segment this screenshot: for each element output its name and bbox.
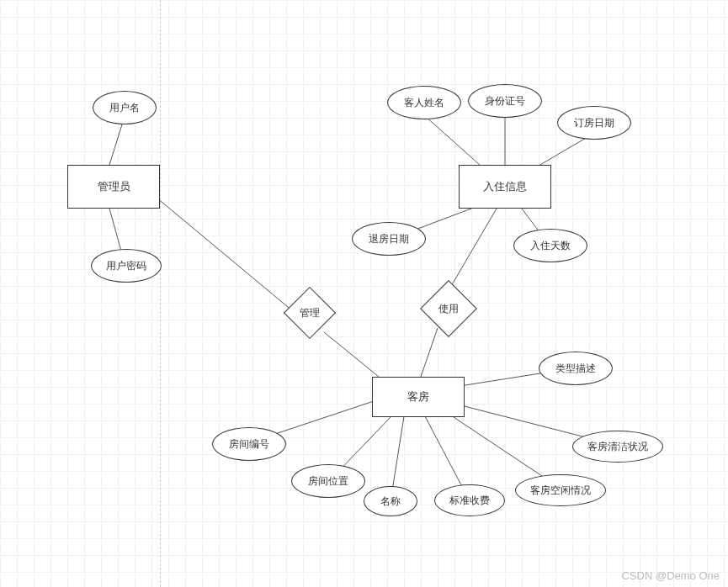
attr-label: 房间编号 [229, 437, 269, 452]
attr-label: 名称 [380, 494, 401, 509]
relation-label: 使用 [438, 302, 459, 316]
entity-label: 入住信息 [483, 179, 527, 194]
attr-label: 标准收费 [449, 494, 490, 508]
attr-idle-status[interactable]: 客房空闲情况 [515, 474, 606, 506]
entity-checkin[interactable]: 入住信息 [459, 165, 551, 209]
entity-label: 管理员 [98, 179, 130, 194]
attr-name[interactable]: 名称 [364, 486, 417, 516]
entity-label: 客房 [407, 389, 429, 405]
svg-line-0 [109, 124, 122, 165]
relation-use[interactable]: 使用 [419, 279, 478, 338]
svg-line-2 [151, 193, 293, 311]
attr-userpwd[interactable]: 用户密码 [91, 249, 162, 283]
relation-manage[interactable]: 管理 [284, 288, 335, 338]
attr-label: 身份证号 [485, 94, 525, 108]
attr-username[interactable]: 用户名 [93, 91, 157, 124]
relation-label: 管理 [300, 306, 320, 320]
svg-line-3 [324, 332, 379, 377]
attr-checkout-date[interactable]: 退房日期 [352, 222, 426, 256]
attr-guest-name[interactable]: 客人姓名 [387, 86, 461, 119]
attr-label: 类型描述 [555, 362, 596, 376]
attr-std-fee[interactable]: 标准收费 [434, 484, 505, 516]
attr-label: 房间位置 [308, 474, 348, 489]
entity-room[interactable]: 客房 [372, 377, 465, 417]
attr-room-loc[interactable]: 房间位置 [291, 464, 365, 498]
svg-line-6 [534, 135, 592, 168]
attr-booking-date[interactable]: 订房日期 [557, 106, 631, 140]
attr-stay-days[interactable]: 入住天数 [513, 229, 587, 262]
attr-id-number[interactable]: 身份证号 [468, 84, 542, 118]
watermark-text: CSDN @Demo One [621, 569, 720, 582]
attr-label: 用户名 [109, 101, 140, 115]
attr-room-no[interactable]: 房间编号 [212, 427, 286, 461]
attr-type-desc[interactable]: 类型描述 [539, 352, 613, 385]
attr-label: 客房清洁状况 [587, 440, 648, 454]
attr-label: 客人姓名 [404, 96, 444, 110]
svg-line-9 [450, 209, 497, 288]
attr-label: 客房空闲情况 [530, 484, 591, 498]
svg-line-13 [391, 416, 404, 496]
attr-label: 退房日期 [369, 232, 409, 246]
attr-label: 入住天数 [530, 239, 571, 253]
svg-line-1 [109, 209, 122, 254]
svg-line-4 [425, 116, 480, 165]
attr-clean-status[interactable]: 客房清洁状况 [572, 431, 663, 463]
attr-label: 订房日期 [574, 116, 614, 130]
entity-admin[interactable]: 管理员 [67, 165, 160, 209]
attr-label: 用户密码 [106, 259, 146, 273]
